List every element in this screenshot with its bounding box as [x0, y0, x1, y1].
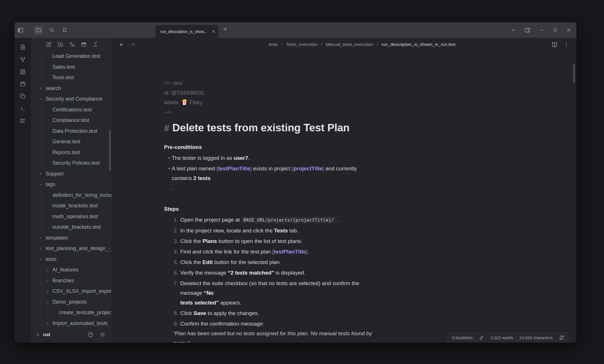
chevron-down-icon[interactable] [46, 300, 52, 304]
tree-file[interactable]: General.test [31, 136, 111, 147]
bullet-marker: • [168, 164, 172, 193]
auto-reveal-icon[interactable] [81, 41, 87, 48]
breadcrumb-segment[interactable]: tests [269, 42, 278, 47]
list-item: 1.Open the project page at BASE_URL/proj… [164, 215, 378, 225]
tree-folder[interactable]: Branches [31, 275, 111, 286]
file-search-icon[interactable] [20, 44, 26, 50]
tree-file[interactable]: inside_brackets.test [31, 201, 111, 211]
tree-file[interactable]: math_operators.test [31, 211, 111, 222]
chevron-down-icon[interactable] [39, 183, 46, 187]
outline-list-icon[interactable] [20, 118, 26, 124]
new-tab-icon[interactable] [222, 26, 228, 32]
indent-guide [41, 307, 41, 318]
right-sidebar-toggle-icon[interactable] [524, 27, 531, 33]
text-segment: Open the project page at [180, 217, 241, 223]
terminal-icon[interactable] [20, 105, 26, 112]
tree-file[interactable]: create_testcafe_project.test [31, 307, 111, 318]
tree-folder[interactable]: Support [31, 169, 111, 179]
breadcrumb-segment[interactable]: run_description_is_shown_in_run.test [381, 42, 455, 47]
edit-mode-pencil-icon[interactable] [479, 335, 484, 340]
templates-icon[interactable] [20, 93, 26, 99]
tree-folder[interactable]: Demo_projects [31, 297, 111, 308]
tree-folder[interactable]: Security and Compliance [31, 94, 111, 105]
indent-guide [41, 136, 41, 147]
chevron-right-icon[interactable] [39, 236, 46, 240]
text-segment: to apply the changes. [206, 310, 259, 316]
breadcrumb-segment[interactable]: Tests_execution [286, 42, 318, 47]
chevron-right-icon[interactable] [46, 289, 52, 293]
more-options-icon[interactable] [564, 42, 569, 47]
maximize-icon[interactable] [553, 28, 558, 32]
left-sidebar-toggle-icon[interactable] [17, 27, 24, 33]
doc-line: id: @Td3336031 [164, 88, 378, 98]
backlinks-count[interactable]: 0 backlinks [452, 336, 473, 340]
text-segment: tests selected” [180, 300, 219, 306]
tree-item-label: Support [46, 171, 64, 177]
desktop: run_description_is_show... [0, 0, 604, 364]
editor-pane: tests/Tests_execution/Manual_tests_execu… [111, 38, 576, 343]
tree-file[interactable]: Tools.test [31, 72, 111, 83]
chevron-right-icon[interactable] [46, 268, 52, 272]
sync-disabled-icon[interactable] [559, 335, 565, 341]
tree-folder[interactable]: search [31, 83, 111, 94]
tree-file[interactable]: Reports.test [31, 147, 111, 158]
section-heading: Steps [164, 204, 378, 214]
tree-folder[interactable]: Import_automated_tests [31, 318, 111, 327]
doc-line: Click Save to apply the changes. [180, 308, 378, 318]
breadcrumb: tests/Tests_execution/Manual_tests_execu… [269, 38, 455, 51]
tree-item-label: Reports.test [52, 150, 80, 156]
sort-order-icon[interactable] [69, 41, 75, 48]
tree-folder[interactable]: tags [31, 179, 111, 190]
tree-folder[interactable]: tests [31, 254, 111, 265]
reading-mode-icon[interactable] [551, 41, 558, 48]
new-folder-icon[interactable] [57, 41, 64, 48]
files-tab[interactable] [34, 26, 43, 35]
chevron-right-icon[interactable] [39, 172, 46, 176]
tab-active[interactable]: run_description_is_show... [155, 25, 218, 38]
tab-list-icon[interactable] [511, 28, 516, 33]
tree-file[interactable]: Compliance.test [31, 115, 111, 126]
chevron-right-icon[interactable] [39, 247, 46, 251]
tree-item-label: Tools.test [52, 75, 74, 81]
vault-switcher[interactable]: uat [31, 326, 111, 343]
sidebar-scrollbar[interactable] [109, 130, 111, 171]
bookmarks-tab[interactable] [60, 26, 69, 35]
tree-folder[interactable]: AI_features [31, 265, 111, 275]
calendar-icon[interactable] [20, 81, 26, 87]
back-arrow-icon[interactable] [119, 42, 125, 48]
tree-file[interactable]: Sales.test [31, 62, 111, 73]
tab-close-icon[interactable] [211, 29, 216, 34]
minimize-icon[interactable] [539, 28, 544, 33]
forward-arrow-icon[interactable] [130, 42, 136, 48]
chevron-right-icon[interactable] [46, 321, 52, 325]
text-segment: Flaky [188, 99, 202, 105]
chevron-right-icon[interactable] [39, 86, 46, 90]
tree-folder[interactable]: templates [31, 233, 111, 244]
help-icon[interactable] [87, 332, 94, 338]
list-item: 6.Verify the message “2 tests matched” i… [164, 268, 378, 278]
collapse-all-icon[interactable] [92, 41, 99, 48]
tree-file[interactable]: Security Policies.test [31, 158, 111, 169]
canvas-icon[interactable] [20, 69, 26, 75]
chevron-down-icon[interactable] [39, 257, 46, 261]
graph-view-icon[interactable] [20, 56, 26, 63]
tree-file[interactable]: outside_brackets.test [31, 222, 111, 233]
new-note-icon[interactable] [46, 41, 52, 48]
doc-line: . [172, 183, 378, 193]
tree-folder[interactable]: CSV_XLSX_import_export [31, 286, 111, 297]
tree-file[interactable]: Certifications.test [31, 105, 111, 115]
tree-file[interactable]: Data Protection.test [31, 126, 111, 137]
tree-file[interactable]: definition_for_string_include_tag.... [31, 190, 111, 201]
breadcrumb-segment[interactable]: Manual_tests_execution [326, 42, 373, 47]
breadcrumb-separator: / [321, 42, 322, 47]
settings-gear-icon[interactable] [99, 332, 106, 338]
chevron-right-icon[interactable] [46, 279, 52, 283]
search-tab[interactable] [47, 26, 56, 35]
tree-folder[interactable]: test_planning_and_design_-_test_tree [31, 243, 111, 254]
indent-guide [41, 201, 41, 211]
tree-file[interactable]: Lead Generation.test [31, 51, 111, 62]
tree-item-label: Certifications.test [52, 107, 92, 113]
editor-scrollbar[interactable] [573, 64, 575, 83]
chevron-down-icon[interactable] [39, 97, 46, 101]
close-icon[interactable] [566, 28, 571, 33]
